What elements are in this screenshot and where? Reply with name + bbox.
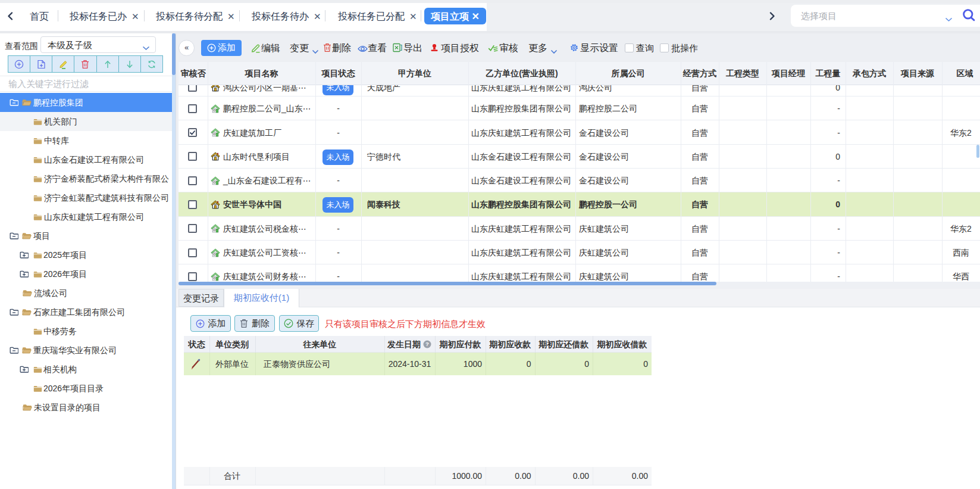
- svg-text:?: ?: [425, 341, 429, 347]
